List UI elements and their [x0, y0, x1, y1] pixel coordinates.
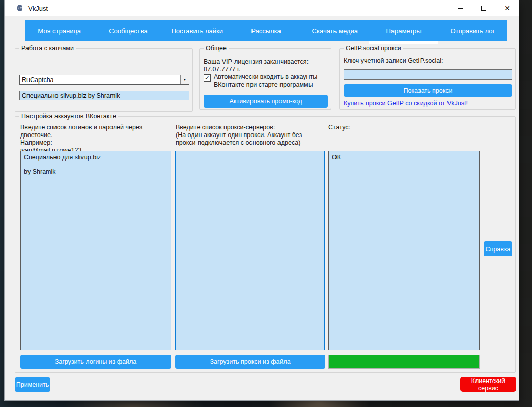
license-text: Ваша VIP-лицензия заканчивается: 07.07.7…	[204, 58, 331, 73]
captcha-group: Работа с капчами RuCaptcha ▼ Специально …	[15, 48, 193, 112]
tab-my-page[interactable]: Моя страница	[25, 20, 94, 41]
getip-key-input[interactable]	[344, 69, 512, 80]
apply-button[interactable]: Применить	[15, 377, 50, 392]
getip-group-title: GetIP.social прокси	[344, 45, 403, 52]
tab-parameters[interactable]: Параметры	[369, 20, 438, 41]
autologin-checkbox-row: ✓ Автоматически входить в аккаунты ВКонт…	[204, 73, 317, 89]
accounts-group-title: Настройка аккаунтов ВКонтакте	[19, 113, 118, 120]
general-group-title: Общее	[204, 45, 229, 52]
show-proxies-button[interactable]: Показать прокси	[344, 84, 512, 97]
tab-send-log[interactable]: Отправить лог	[438, 20, 507, 41]
autologin-checkbox-label: Автоматически входить в аккаунты ВКонтак…	[214, 73, 317, 89]
minimize-button[interactable]	[449, 0, 472, 16]
window-title: VkJust	[28, 5, 449, 12]
captcha-service-dropdown[interactable]: RuCaptcha ▼	[19, 75, 189, 85]
tab-put-likes[interactable]: Поставить лайки	[163, 20, 232, 41]
tab-communities[interactable]: Сообщества	[94, 20, 162, 41]
title-bar: VkJust ✕	[5, 0, 519, 16]
general-group: Общее Ваша VIP-лицензия заканчивается: 0…	[199, 48, 331, 110]
chevron-down-icon[interactable]: ▼	[180, 75, 189, 84]
app-window: VkJust ✕ Моя страница Сообщества Постави…	[4, 0, 519, 401]
proxies-column-label: Введите список прокси-серверов: (На один…	[176, 124, 328, 147]
getip-group: GetIP.social прокси Ключ учетной записи …	[339, 48, 516, 110]
load-proxies-button[interactable]: Загрузить прокси из файла	[175, 355, 325, 369]
proxies-textarea[interactable]	[175, 151, 325, 350]
tab-bar: Моя страница Сообщества Поставить лайки …	[25, 20, 507, 41]
close-button[interactable]: ✕	[495, 0, 519, 16]
getip-key-label: Ключ учетной записи GetIP.social:	[344, 57, 443, 65]
tab-mailing[interactable]: Рассылка	[232, 20, 300, 41]
vkjust-logo-icon	[16, 4, 24, 12]
maximize-button[interactable]	[472, 0, 495, 16]
captcha-group-title: Работа с капчами	[19, 45, 76, 52]
tab-download-media[interactable]: Скачать медиа	[300, 20, 369, 41]
minimize-icon	[458, 8, 463, 9]
logins-textarea[interactable]: Специально для slivup.biz by Shramik	[20, 151, 171, 350]
accounts-group: Настройка аккаунтов ВКонтакте Введите сп…	[15, 116, 516, 373]
status-textarea[interactable]: ОК	[328, 151, 480, 350]
window-controls: ✕	[449, 0, 519, 16]
status-column-label: Статус:	[328, 124, 350, 131]
logins-column-label: Введите список логинов и паролей через д…	[20, 124, 173, 154]
client-service-button[interactable]: Клиентский сервис	[460, 377, 516, 392]
autologin-checkbox[interactable]: ✓	[204, 74, 211, 82]
progress-bar	[328, 355, 480, 369]
captcha-service-value: RuCaptcha	[20, 76, 180, 84]
buy-proxies-link[interactable]: Купить прокси GetIP со скидкой от VkJust…	[344, 100, 468, 107]
maximize-icon	[481, 6, 486, 11]
captcha-api-key-field[interactable]: Специально slivup.biz by Shramik	[19, 91, 189, 100]
load-logins-button[interactable]: Загрузить логины из файла	[20, 355, 171, 369]
close-icon: ✕	[504, 5, 510, 12]
help-button[interactable]: Справка	[484, 241, 512, 256]
activate-promo-button[interactable]: Активировать промо-код	[204, 95, 328, 108]
